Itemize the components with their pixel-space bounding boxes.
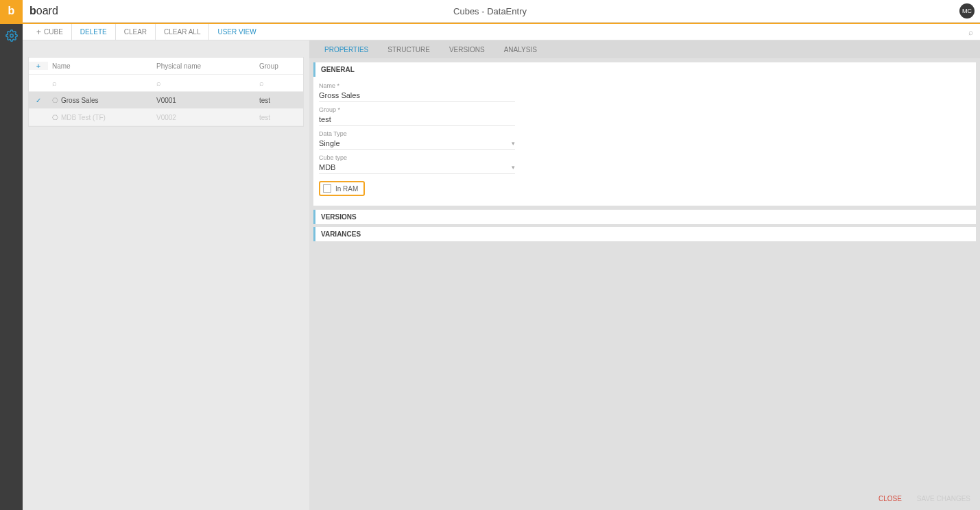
user-view-button[interactable]: USER VIEW bbox=[209, 24, 264, 40]
list-row[interactable]: ⎔Gross Sales V0001 test bbox=[29, 92, 303, 109]
header-name[interactable]: Name bbox=[48, 62, 152, 70]
cubetype-select[interactable]: MDB▾ bbox=[319, 161, 515, 174]
logo-text: board bbox=[29, 5, 58, 17]
clear-all-button[interactable]: CLEAR ALL bbox=[156, 24, 209, 40]
datatype-value: Single bbox=[319, 139, 340, 147]
svg-point-0 bbox=[10, 34, 13, 38]
chevron-down-icon: ▾ bbox=[512, 164, 515, 171]
row-checkbox[interactable] bbox=[29, 97, 48, 104]
list-row[interactable]: ⎔MDB Test (TF) V0002 test bbox=[29, 109, 303, 126]
list-panel: + Name Physical name Group ⌕ ⌕ ⌕ ⎔Gross … bbox=[23, 40, 309, 510]
cube-list: + Name Physical name Group ⌕ ⌕ ⌕ ⎔Gross … bbox=[28, 57, 304, 127]
section-variances[interactable]: VARIANCES bbox=[313, 227, 976, 241]
filter-name-icon[interactable]: ⌕ bbox=[52, 79, 57, 87]
footer: CLOSE SAVE CHANGES bbox=[309, 487, 980, 510]
general-form: Name * Gross Sales Group * test Data Typ… bbox=[313, 77, 976, 206]
field-group: Group * test bbox=[319, 106, 515, 126]
tab-analysis[interactable]: ANALYSIS bbox=[494, 40, 547, 58]
group-input[interactable]: test bbox=[319, 113, 515, 126]
main-wrap: +CUBE DELETE CLEAR CLEAR ALL USER VIEW ⌕… bbox=[0, 24, 980, 510]
add-cube-label: CUBE bbox=[44, 28, 63, 36]
clear-all-label: CLEAR ALL bbox=[164, 28, 200, 36]
header-physical[interactable]: Physical name bbox=[152, 62, 255, 70]
body-split: + Name Physical name Group ⌕ ⌕ ⌕ ⎔Gross … bbox=[23, 40, 980, 510]
row-group: test bbox=[255, 114, 303, 121]
filter-group-icon[interactable]: ⌕ bbox=[259, 79, 264, 87]
group-value: test bbox=[319, 115, 331, 123]
datatype-select[interactable]: Single▾ bbox=[319, 137, 515, 150]
properties-body: GENERAL Name * Gross Sales Group * test … bbox=[309, 58, 980, 510]
search-icon[interactable]: ⌕ bbox=[968, 27, 973, 37]
row-name: MDB Test (TF) bbox=[61, 114, 106, 121]
toolbar: +CUBE DELETE CLEAR CLEAR ALL USER VIEW ⌕ bbox=[23, 24, 980, 40]
group-label: Group * bbox=[319, 106, 515, 113]
add-row-icon[interactable]: + bbox=[36, 62, 40, 70]
app-launcher-icon: b bbox=[8, 5, 15, 17]
name-input[interactable]: Gross Sales bbox=[319, 89, 515, 102]
chevron-down-icon: ▾ bbox=[512, 140, 515, 147]
left-rail bbox=[0, 24, 23, 510]
field-datatype: Data Type Single▾ bbox=[319, 130, 515, 150]
cubetype-label: Cube type bbox=[319, 154, 515, 161]
tabs: PROPERTIES STRUCTURE VERSIONS ANALYSIS bbox=[309, 40, 980, 58]
row-name: Gross Sales bbox=[61, 97, 98, 104]
close-button[interactable]: CLOSE bbox=[879, 495, 902, 502]
inram-checkbox-wrap[interactable]: In RAM bbox=[319, 181, 365, 196]
page-title: Cubes - DataEntry bbox=[453, 6, 527, 16]
row-group: test bbox=[255, 97, 303, 104]
cube-icon: ⎔ bbox=[52, 114, 58, 121]
field-cubetype: Cube type MDB▾ bbox=[319, 154, 515, 174]
delete-label: DELETE bbox=[80, 28, 107, 36]
user-avatar[interactable]: MC bbox=[959, 3, 975, 19]
inram-label: In RAM bbox=[335, 185, 358, 193]
list-filter-row: ⌕ ⌕ ⌕ bbox=[29, 75, 303, 92]
delete-button[interactable]: DELETE bbox=[72, 24, 116, 40]
row-physical: V0001 bbox=[152, 97, 255, 104]
tab-versions[interactable]: VERSIONS bbox=[440, 40, 494, 58]
list-header: + Name Physical name Group bbox=[29, 58, 303, 75]
detail-panel: PROPERTIES STRUCTURE VERSIONS ANALYSIS G… bbox=[309, 40, 980, 510]
filter-physical-icon[interactable]: ⌕ bbox=[156, 79, 161, 87]
datatype-label: Data Type bbox=[319, 130, 515, 137]
clear-label: CLEAR bbox=[124, 28, 147, 36]
tab-properties[interactable]: PROPERTIES bbox=[315, 40, 378, 58]
clear-button[interactable]: CLEAR bbox=[116, 24, 156, 40]
topbar: b board Cubes - DataEntry MC bbox=[0, 0, 980, 23]
header-group[interactable]: Group bbox=[255, 62, 303, 70]
section-versions[interactable]: VERSIONS bbox=[313, 210, 976, 224]
add-cube-button[interactable]: +CUBE bbox=[28, 24, 72, 40]
cubetype-value: MDB bbox=[319, 163, 335, 171]
content-area: +CUBE DELETE CLEAR CLEAR ALL USER VIEW ⌕… bbox=[23, 24, 980, 510]
field-name: Name * Gross Sales bbox=[319, 82, 515, 102]
user-view-label: USER VIEW bbox=[217, 28, 256, 36]
plus-icon: + bbox=[36, 28, 41, 36]
section-general[interactable]: GENERAL bbox=[313, 62, 976, 77]
logo[interactable]: board bbox=[23, 5, 65, 17]
app-launcher[interactable]: b bbox=[0, 0, 23, 23]
cube-icon: ⎔ bbox=[52, 97, 58, 104]
name-label: Name * bbox=[319, 82, 515, 89]
row-physical: V0002 bbox=[152, 114, 255, 121]
save-changes-button[interactable]: SAVE CHANGES bbox=[917, 495, 970, 502]
name-value: Gross Sales bbox=[319, 91, 360, 99]
gear-icon[interactable] bbox=[5, 29, 18, 42]
inram-checkbox[interactable] bbox=[323, 184, 331, 193]
tab-structure[interactable]: STRUCTURE bbox=[378, 40, 440, 58]
